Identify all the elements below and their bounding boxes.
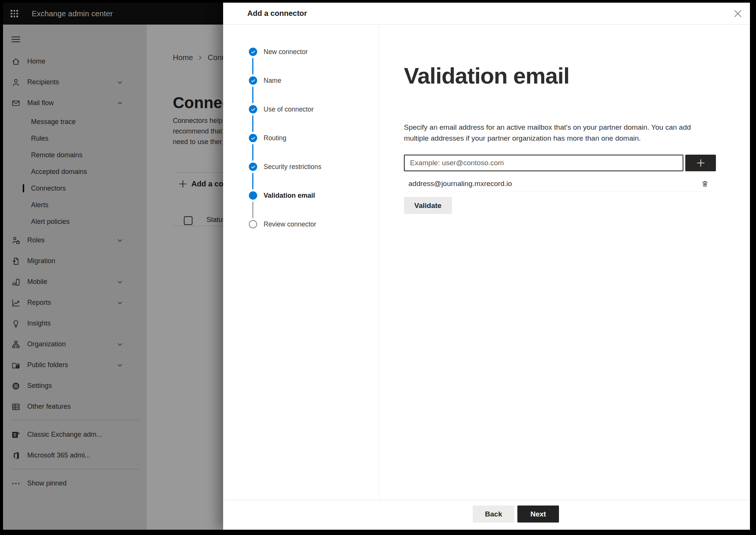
wizard-step-validation-email[interactable]: Validation email — [223, 181, 379, 210]
email-list-item: address@journaling.mxrecord.io — [404, 175, 716, 192]
trash-icon[interactable] — [700, 179, 710, 189]
step-label: Security restrictions — [264, 163, 321, 171]
plus-icon — [696, 158, 705, 167]
email-input[interactable] — [404, 155, 683, 171]
step-description: Specify an email address for an active m… — [404, 122, 691, 144]
step-label: Routing — [264, 134, 286, 142]
screenshot-frame: Exchange admin center HomeRecipientsMail… — [0, 0, 756, 535]
dialog-footer: Back Next — [223, 500, 750, 530]
step-completed-check-icon — [249, 48, 257, 56]
wizard-step-routing[interactable]: Routing — [223, 124, 379, 152]
validate-button[interactable]: Validate — [404, 197, 452, 214]
close-icon[interactable] — [732, 8, 744, 20]
wizard-step-use-of-connector[interactable]: Use of connector — [223, 95, 379, 124]
wizard-steps: New connectorNameUse of connectorRouting… — [223, 25, 379, 500]
email-address: address@journaling.mxrecord.io — [408, 180, 512, 188]
app-window: Exchange admin center HomeRecipientsMail… — [3, 3, 750, 530]
wizard-step-name[interactable]: Name — [223, 66, 379, 95]
step-completed-check-icon — [249, 76, 257, 85]
step-label: Name — [264, 77, 281, 85]
step-connector-line — [252, 173, 253, 189]
step-label: Validation email — [264, 192, 315, 200]
step-heading: Validation email — [404, 63, 570, 89]
step-label: Review connector — [264, 220, 316, 228]
step-completed-check-icon — [249, 163, 257, 171]
wizard-step-new-connector[interactable]: New connector — [223, 37, 379, 66]
add-email-button[interactable] — [685, 155, 716, 171]
step-connector-line — [252, 144, 253, 161]
step-label: Use of connector — [264, 105, 314, 113]
dialog-title: Add a connector — [247, 9, 307, 18]
wizard-step-review-connector[interactable]: Review connector — [223, 210, 379, 239]
next-button[interactable]: Next — [517, 506, 559, 523]
step-label: New connector — [264, 48, 308, 56]
step-completed-check-icon — [249, 134, 257, 142]
step-connector-line — [252, 58, 253, 74]
step-connector-line — [252, 115, 253, 132]
step-current-circle — [249, 191, 257, 200]
step-connector-line — [252, 87, 253, 103]
step-connector-line — [252, 202, 253, 218]
validation-email-panel: Validation email Specify an email addres… — [379, 25, 750, 500]
back-button[interactable]: Back — [473, 506, 514, 523]
dialog-header: Add a connector — [223, 3, 750, 25]
step-completed-check-icon — [249, 105, 257, 113]
wizard-step-security-restrictions[interactable]: Security restrictions — [223, 152, 379, 181]
dialog-body: New connectorNameUse of connectorRouting… — [223, 25, 750, 500]
email-input-row — [404, 155, 716, 171]
step-upcoming-circle — [249, 220, 257, 228]
add-connector-dialog: Add a connector New connectorNameUse of … — [223, 3, 750, 530]
